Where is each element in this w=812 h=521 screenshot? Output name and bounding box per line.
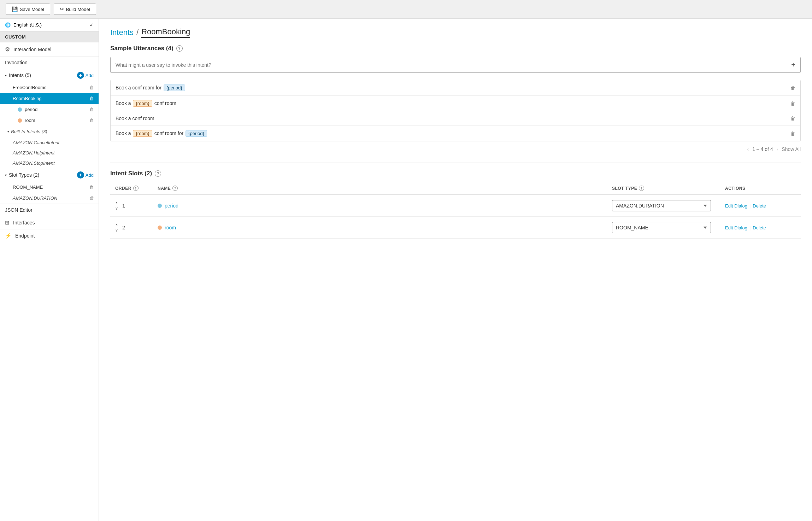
period-slot-label: period xyxy=(25,107,37,112)
edit-dialog-2-button[interactable]: Edit Dialog xyxy=(725,225,747,230)
utterance-text: Book a conf room for {period} xyxy=(116,84,790,91)
slot-type-select-2[interactable]: ROOM_NAME AMAZON.DURATION xyxy=(612,222,711,233)
intent-slots-title: Intent Slots (2) ? xyxy=(110,170,801,177)
utterance-row: Book a {room} conf room for {period} 🗑 xyxy=(111,126,800,141)
sidebar-builtin-intents-group[interactable]: ▾ Built-In Intents (3) xyxy=(0,126,99,137)
slot-order-num-1: 1 xyxy=(122,203,125,209)
period-slot-tag-2: {period} xyxy=(186,130,207,137)
freeconfrooms-label: FreeConfRooms xyxy=(13,85,46,90)
sidebar-item-help-intent[interactable]: AMAZON.HelpIntent xyxy=(0,148,99,158)
pagination-prev-icon[interactable]: ‹ xyxy=(747,146,749,152)
slot-name-col-2: room xyxy=(158,225,612,230)
intent-slots-help-icon[interactable]: ? xyxy=(155,170,161,177)
sidebar-item-invocation[interactable]: Invocation xyxy=(0,57,99,69)
invocation-label: Invocation xyxy=(5,60,28,65)
sidebar-slot-period[interactable]: period 🗑 xyxy=(0,104,99,115)
slot-order-1: ∧ ∨ 1 xyxy=(115,201,158,210)
room-slot-label: room xyxy=(25,118,35,123)
intent-slots-section: Intent Slots (2) ? ORDER ? NAME ? SLOT T… xyxy=(110,170,801,239)
breadcrumb-intents-link[interactable]: Intents xyxy=(110,28,134,37)
slot-name-link-room[interactable]: room xyxy=(165,225,176,230)
sidebar-item-amazon-duration[interactable]: AMAZON.DURATION 🗑 xyxy=(0,193,99,204)
sidebar-item-cancel-intent[interactable]: AMAZON.CancelIntent xyxy=(0,137,99,148)
delete-slot-2-button[interactable]: Delete xyxy=(753,225,766,230)
gear-icon: ⚙ xyxy=(5,46,10,53)
builtin-chevron-icon: ▾ xyxy=(7,130,9,134)
sample-utterances-help-icon[interactable]: ? xyxy=(176,45,183,52)
delete-freeconfrooms-icon[interactable]: 🗑 xyxy=(89,85,94,90)
pagination-next-icon[interactable]: › xyxy=(777,146,778,152)
delete-slot-1-button[interactable]: Delete xyxy=(753,203,766,209)
order-up-1-icon[interactable]: ∧ xyxy=(115,201,118,205)
breadcrumb-current: RoomBooking xyxy=(141,27,190,38)
help-intent-label: AMAZON.HelpIntent xyxy=(13,150,55,156)
slot-types-label: Slot Types (2) xyxy=(9,172,39,178)
delete-utterance-4-icon[interactable]: 🗑 xyxy=(790,131,795,136)
slot-actions-col-1: Edit Dialog | Delete xyxy=(725,203,796,209)
language-selector[interactable]: 🌐 English (U.S.) ✓ xyxy=(0,19,99,31)
room-slot-tag: {room} xyxy=(133,100,152,107)
actions-column-header: ACTIONS xyxy=(725,186,796,191)
sidebar-item-roombooking[interactable]: RoomBooking 🗑 xyxy=(0,93,99,104)
name-help-icon[interactable]: ? xyxy=(172,186,178,191)
delete-period-icon[interactable]: 🗑 xyxy=(89,107,94,112)
breadcrumb: Intents / RoomBooking xyxy=(110,27,801,38)
breadcrumb-separator: / xyxy=(136,28,139,37)
sidebar-item-stop-intent[interactable]: AMAZON.StopIntent xyxy=(0,158,99,168)
utterance-text: Book a {room} conf room for {period} xyxy=(116,130,790,137)
utterance-list: Book a conf room for {period} 🗑 Book a {… xyxy=(110,80,801,141)
interfaces-icon: ⊞ xyxy=(5,219,10,226)
room-name-label: ROOM_NAME xyxy=(13,185,43,190)
delete-utterance-1-icon[interactable]: 🗑 xyxy=(790,85,795,91)
builtin-intents-label: Built-In Intents (3) xyxy=(11,129,47,134)
order-up-2-icon[interactable]: ∧ xyxy=(115,223,118,227)
delete-utterance-2-icon[interactable]: 🗑 xyxy=(790,101,795,106)
interfaces-label: Interfaces xyxy=(13,220,35,226)
add-slot-type-button[interactable]: + Add xyxy=(77,171,94,178)
room-slot-tag-2: {room} xyxy=(133,130,152,137)
show-all-button[interactable]: Show All xyxy=(782,146,801,152)
delete-amazon-duration-icon[interactable]: 🗑 xyxy=(89,195,94,201)
utterance-input[interactable] xyxy=(116,62,788,68)
globe-icon: 🌐 xyxy=(5,22,11,28)
sidebar-intents-group[interactable]: ▾ Intents (5) + Add xyxy=(0,69,99,82)
period-slot-tag: {period} xyxy=(164,84,185,91)
sidebar-item-room-name[interactable]: ROOM_NAME 🗑 xyxy=(0,182,99,193)
slot-type-select-1[interactable]: AMAZON.DURATION ROOM_NAME xyxy=(612,200,711,211)
slot-types-chevron-icon: ▾ xyxy=(5,173,7,177)
delete-room-icon[interactable]: 🗑 xyxy=(89,118,94,123)
save-model-button[interactable]: 💾 Save Model xyxy=(6,4,50,15)
utterance-row: Book a conf room for {period} 🗑 xyxy=(111,80,800,96)
order-help-icon[interactable]: ? xyxy=(133,186,139,191)
utterance-add-button[interactable]: + xyxy=(788,61,795,69)
edit-dialog-1-button[interactable]: Edit Dialog xyxy=(725,203,747,209)
sidebar-item-json-editor[interactable]: JSON Editor xyxy=(0,204,99,216)
checkmark-icon: ✓ xyxy=(90,22,94,28)
language-label: English (U.S.) xyxy=(13,22,42,28)
utterance-input-row[interactable]: + xyxy=(110,57,801,73)
intents-group-label: Intents (5) xyxy=(9,72,31,78)
slot-type-column-header: SLOT TYPE ? xyxy=(612,186,725,191)
slot-row-period: ∧ ∨ 1 period AMAZON.DURATION ROOM_NAME xyxy=(110,195,801,217)
sidebar-item-interaction-model[interactable]: ⚙ Interaction Model xyxy=(0,42,99,57)
delete-roombooking-icon[interactable]: 🗑 xyxy=(89,96,94,101)
add-intent-button[interactable]: + Add xyxy=(77,72,94,79)
sidebar-item-endpoint[interactable]: ⚡ Endpoint xyxy=(0,229,99,242)
utterance-row: Book a {room} conf room 🗑 xyxy=(111,96,800,111)
slot-type-help-icon[interactable]: ? xyxy=(639,186,644,191)
slot-row-room: ∧ ∨ 2 room ROOM_NAME AMAZON.DURATION xyxy=(110,217,801,239)
sidebar-item-interfaces[interactable]: ⊞ Interfaces xyxy=(0,216,99,229)
amazon-duration-label: AMAZON.DURATION xyxy=(13,195,57,201)
endpoint-icon: ⚡ xyxy=(5,233,12,239)
order-down-1-icon[interactable]: ∨ xyxy=(115,206,118,211)
slot-name-link-period[interactable]: period xyxy=(165,203,178,209)
sidebar-slot-room[interactable]: room 🗑 xyxy=(0,115,99,126)
sidebar-slot-types-group[interactable]: ▾ Slot Types (2) + Add xyxy=(0,168,99,182)
content-area: Intents / RoomBooking Sample Utterances … xyxy=(99,19,812,521)
delete-room-name-icon[interactable]: 🗑 xyxy=(89,185,94,190)
sidebar-item-freeconfrooms[interactable]: FreeConfRooms 🗑 xyxy=(0,82,99,93)
order-down-2-icon[interactable]: ∨ xyxy=(115,228,118,233)
delete-utterance-3-icon[interactable]: 🗑 xyxy=(790,116,795,121)
build-model-button[interactable]: ✂ Build Model xyxy=(54,4,96,15)
build-icon: ✂ xyxy=(60,6,64,12)
